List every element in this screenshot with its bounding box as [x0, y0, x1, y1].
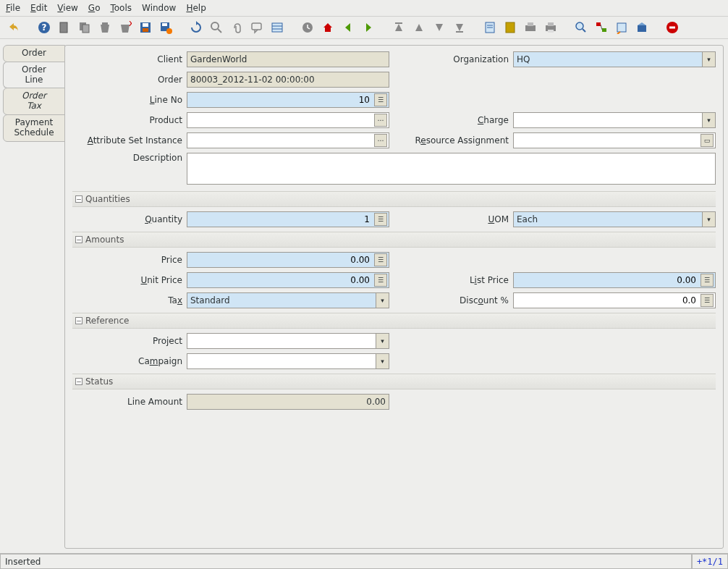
- svg-line-35: [601, 25, 602, 30]
- input-charge[interactable]: [517, 115, 712, 125]
- field-unit-price[interactable]: ☰: [187, 272, 389, 288]
- delete-icon[interactable]: [97, 20, 113, 35]
- first-icon[interactable]: [391, 20, 407, 35]
- dropdown-icon[interactable]: ▾: [702, 113, 715, 127]
- field-price[interactable]: ☰: [187, 252, 389, 268]
- collapse-icon[interactable]: −: [75, 317, 82, 324]
- menu-help[interactable]: Help: [186, 3, 206, 13]
- input-list-price[interactable]: [517, 275, 712, 285]
- home-icon[interactable]: [320, 20, 336, 35]
- menubar: File Edit View Go Tools Window Help: [0, 0, 728, 17]
- label-tax: Tax: [72, 295, 182, 305]
- label-uom: UOM: [422, 214, 509, 224]
- help-icon[interactable]: ?: [36, 20, 52, 35]
- print-icon[interactable]: [543, 20, 559, 35]
- report-icon[interactable]: [482, 20, 498, 35]
- zoom-across-icon[interactable]: [573, 20, 589, 35]
- forward-icon[interactable]: [360, 20, 376, 35]
- lookup-icon[interactable]: ⋯: [374, 114, 387, 127]
- svg-rect-15: [252, 23, 261, 30]
- menu-file[interactable]: File: [6, 3, 20, 13]
- svg-rect-2: [60, 22, 67, 33]
- grid-toggle-icon[interactable]: [269, 20, 285, 35]
- input-campaign[interactable]: [190, 356, 386, 366]
- input-discount[interactable]: [517, 295, 712, 305]
- field-resource-assign[interactable]: ▭: [513, 132, 716, 148]
- status-pager[interactable]: +*1/1: [692, 554, 728, 569]
- prev-icon[interactable]: [411, 20, 427, 35]
- dropdown-icon[interactable]: ▾: [376, 334, 389, 348]
- input-unit-price[interactable]: [190, 275, 386, 285]
- attachment-icon[interactable]: [229, 20, 245, 35]
- menu-view[interactable]: View: [57, 3, 77, 13]
- find-icon[interactable]: [208, 20, 224, 35]
- chat-icon[interactable]: [249, 20, 265, 35]
- calc-icon[interactable]: ☰: [374, 213, 387, 226]
- field-product[interactable]: ⋯: [187, 112, 389, 128]
- label-list-price: List Price: [422, 275, 509, 285]
- input-price[interactable]: [190, 255, 386, 265]
- field-line-no[interactable]: ☰: [187, 92, 389, 108]
- workflow-icon[interactable]: [593, 20, 609, 35]
- input-description[interactable]: [187, 153, 716, 185]
- last-icon[interactable]: [452, 20, 467, 35]
- tab-order-tax[interactable]: OrderTax: [3, 88, 65, 115]
- copy-icon[interactable]: [77, 20, 93, 35]
- field-order: 80003_2012-11-02 00:00:00: [187, 72, 389, 88]
- save-icon[interactable]: [137, 20, 153, 35]
- field-uom[interactable]: Each ▾: [513, 211, 716, 227]
- undo-icon[interactable]: [6, 20, 22, 35]
- print-preview-icon[interactable]: [522, 20, 538, 35]
- menu-go[interactable]: Go: [88, 3, 101, 13]
- next-icon[interactable]: [431, 20, 447, 35]
- calc-icon[interactable]: ☰: [701, 294, 714, 307]
- input-line-no[interactable]: [190, 95, 386, 105]
- field-discount[interactable]: ☰: [513, 292, 716, 308]
- collapse-icon[interactable]: −: [75, 236, 82, 243]
- label-line-no: Line No: [72, 95, 182, 105]
- field-tax[interactable]: Standard ▾: [187, 292, 389, 308]
- lookup-icon[interactable]: ⋯: [374, 134, 387, 147]
- tab-order[interactable]: Order: [3, 45, 65, 62]
- archive-icon[interactable]: [502, 20, 518, 35]
- field-project[interactable]: ▾: [187, 333, 389, 349]
- field-quantity[interactable]: ☰: [187, 211, 389, 227]
- tab-order-line[interactable]: OrderLine: [3, 62, 65, 89]
- input-project[interactable]: [190, 336, 386, 346]
- new-icon[interactable]: [56, 20, 72, 35]
- dropdown-icon[interactable]: ▾: [702, 52, 715, 67]
- field-organization[interactable]: HQ ▾: [513, 51, 716, 67]
- dropdown-icon[interactable]: ▾: [376, 354, 389, 368]
- svg-line-14: [218, 29, 221, 33]
- dropdown-icon[interactable]: ▾: [702, 212, 715, 227]
- delete-items-icon[interactable]: x: [117, 20, 133, 35]
- menu-edit[interactable]: Edit: [30, 3, 47, 13]
- dropdown-icon[interactable]: ▾: [376, 293, 389, 308]
- refresh-icon[interactable]: [188, 20, 204, 35]
- back-icon[interactable]: [340, 20, 356, 35]
- calc-icon[interactable]: ☰: [374, 253, 387, 266]
- product-info-icon[interactable]: [634, 20, 650, 35]
- end-icon[interactable]: [664, 20, 680, 35]
- menu-window[interactable]: Window: [142, 3, 176, 13]
- history-icon[interactable]: [300, 20, 316, 35]
- tab-payment-schedule[interactable]: PaymentSchedule: [3, 114, 65, 142]
- field-charge[interactable]: ▾: [513, 112, 716, 128]
- collapse-icon[interactable]: −: [75, 195, 82, 203]
- calc-icon[interactable]: ☰: [374, 93, 387, 106]
- menu-tools[interactable]: Tools: [110, 3, 132, 13]
- collapse-icon[interactable]: −: [75, 378, 82, 385]
- label-attr-set: Attribute Set Instance: [72, 135, 182, 146]
- field-campaign[interactable]: ▾: [187, 353, 389, 369]
- calc-icon[interactable]: ☰: [701, 274, 714, 287]
- calc-icon[interactable]: ☰: [374, 274, 387, 287]
- input-attr-set[interactable]: [190, 135, 386, 146]
- input-product[interactable]: [190, 115, 386, 125]
- assignment-icon[interactable]: ▭: [701, 134, 714, 147]
- save-new-icon[interactable]: [158, 20, 174, 35]
- request-icon[interactable]: [614, 20, 630, 35]
- field-list-price[interactable]: ☰: [513, 272, 716, 288]
- input-resource-assign[interactable]: [517, 135, 712, 146]
- field-attr-set[interactable]: ⋯: [187, 132, 389, 148]
- input-quantity[interactable]: [190, 214, 386, 224]
